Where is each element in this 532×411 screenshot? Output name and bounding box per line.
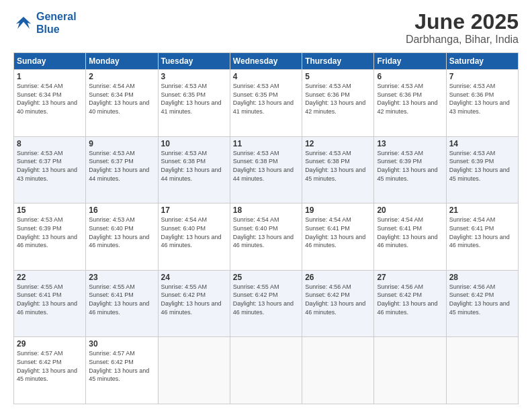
title-block: June 2025 Darbhanga, Bihar, India (406, 10, 519, 46)
logo: General Blue (13, 10, 77, 36)
day-info: Sunrise: 4:53 AMSunset: 6:35 PMDaylight:… (161, 82, 227, 116)
table-row: 7Sunrise: 4:53 AMSunset: 6:36 PMDaylight… (446, 70, 518, 137)
table-row: 6Sunrise: 4:53 AMSunset: 6:36 PMDaylight… (374, 70, 446, 137)
day-info: Sunrise: 4:56 AMSunset: 6:42 PMDaylight:… (377, 283, 443, 316)
day-info: Sunrise: 4:55 AMSunset: 6:41 PMDaylight:… (89, 283, 154, 316)
table-row: 10Sunrise: 4:53 AMSunset: 6:38 PMDayligh… (158, 136, 230, 203)
calendar-table: Sunday Monday Tuesday Wednesday Thursday… (13, 52, 519, 404)
day-info: Sunrise: 4:53 AMSunset: 6:39 PMDaylight:… (17, 216, 83, 249)
day-info: Sunrise: 4:53 AMSunset: 6:38 PMDaylight:… (305, 149, 371, 183)
table-row: 28Sunrise: 4:56 AMSunset: 6:42 PMDayligh… (446, 270, 518, 337)
day-info: Sunrise: 4:54 AMSunset: 6:40 PMDaylight:… (161, 216, 227, 249)
table-row: 17Sunrise: 4:54 AMSunset: 6:40 PMDayligh… (158, 203, 230, 271)
day-info: Sunrise: 4:53 AMSunset: 6:38 PMDaylight:… (161, 149, 227, 183)
calendar-week-row: 15Sunrise: 4:53 AMSunset: 6:39 PMDayligh… (14, 203, 519, 271)
day-number: 26 (305, 273, 371, 282)
day-number: 20 (377, 205, 443, 215)
day-info: Sunrise: 4:53 AMSunset: 6:37 PMDaylight:… (89, 149, 154, 183)
day-number: 3 (161, 72, 227, 81)
day-number: 19 (305, 205, 371, 215)
logo-line2: Blue (36, 24, 60, 35)
table-row: 30Sunrise: 4:57 AMSunset: 6:42 PMDayligh… (86, 337, 158, 404)
day-number: 18 (233, 205, 299, 215)
day-info: Sunrise: 4:53 AMSunset: 6:36 PMDaylight:… (449, 82, 515, 116)
day-number: 25 (233, 273, 299, 282)
table-row: 11Sunrise: 4:53 AMSunset: 6:38 PMDayligh… (230, 136, 302, 203)
header-saturday: Saturday (446, 53, 518, 70)
table-row: 8Sunrise: 4:53 AMSunset: 6:37 PMDaylight… (14, 136, 86, 203)
day-number: 6 (377, 72, 443, 81)
header-thursday: Thursday (302, 53, 374, 70)
day-number: 17 (161, 205, 227, 215)
day-info: Sunrise: 4:55 AMSunset: 6:42 PMDaylight:… (161, 283, 227, 316)
day-number: 8 (17, 139, 83, 148)
table-row: 26Sunrise: 4:56 AMSunset: 6:42 PMDayligh… (302, 270, 374, 337)
table-row: 12Sunrise: 4:53 AMSunset: 6:38 PMDayligh… (302, 136, 374, 203)
day-number: 11 (233, 139, 299, 148)
table-row: 22Sunrise: 4:55 AMSunset: 6:41 PMDayligh… (14, 270, 86, 337)
day-number: 5 (305, 72, 371, 81)
header-monday: Monday (86, 53, 158, 70)
day-info: Sunrise: 4:57 AMSunset: 6:42 PMDaylight:… (17, 349, 83, 383)
day-info: Sunrise: 4:53 AMSunset: 6:39 PMDaylight:… (449, 149, 515, 183)
day-number: 2 (89, 72, 154, 81)
day-info: Sunrise: 4:53 AMSunset: 6:39 PMDaylight:… (377, 149, 443, 183)
day-number: 27 (377, 273, 443, 282)
day-number: 7 (449, 72, 515, 81)
location-title: Darbhanga, Bihar, India (406, 34, 519, 46)
calendar-week-row: 22Sunrise: 4:55 AMSunset: 6:41 PMDayligh… (14, 270, 519, 337)
calendar-week-row: 1Sunrise: 4:54 AMSunset: 6:34 PMDaylight… (14, 70, 519, 137)
day-number: 9 (89, 139, 154, 148)
table-row: 27Sunrise: 4:56 AMSunset: 6:42 PMDayligh… (374, 270, 446, 337)
day-info: Sunrise: 4:53 AMSunset: 6:40 PMDaylight:… (89, 216, 154, 249)
day-info: Sunrise: 4:54 AMSunset: 6:34 PMDaylight:… (89, 82, 154, 116)
day-number: 13 (377, 139, 443, 148)
table-row (158, 337, 230, 404)
table-row: 9Sunrise: 4:53 AMSunset: 6:37 PMDaylight… (86, 136, 158, 203)
table-row: 21Sunrise: 4:54 AMSunset: 6:41 PMDayligh… (446, 203, 518, 271)
day-info: Sunrise: 4:53 AMSunset: 6:38 PMDaylight:… (233, 149, 299, 183)
calendar-week-row: 8Sunrise: 4:53 AMSunset: 6:37 PMDaylight… (14, 136, 519, 203)
day-info: Sunrise: 4:56 AMSunset: 6:42 PMDaylight:… (305, 283, 371, 316)
table-row: 23Sunrise: 4:55 AMSunset: 6:41 PMDayligh… (86, 270, 158, 337)
table-row (446, 337, 518, 404)
logo-icon (13, 13, 34, 33)
calendar-week-row: 29Sunrise: 4:57 AMSunset: 6:42 PMDayligh… (14, 337, 519, 404)
table-row: 3Sunrise: 4:53 AMSunset: 6:35 PMDaylight… (158, 70, 230, 137)
table-row: 16Sunrise: 4:53 AMSunset: 6:40 PMDayligh… (86, 203, 158, 271)
day-number: 28 (449, 273, 515, 282)
day-number: 23 (89, 273, 154, 282)
day-info: Sunrise: 4:56 AMSunset: 6:42 PMDaylight:… (449, 283, 515, 316)
day-number: 21 (449, 205, 515, 215)
header-wednesday: Wednesday (230, 53, 302, 70)
day-info: Sunrise: 4:55 AMSunset: 6:41 PMDaylight:… (17, 283, 83, 316)
day-number: 4 (233, 72, 299, 81)
day-number: 14 (449, 139, 515, 148)
day-info: Sunrise: 4:54 AMSunset: 6:41 PMDaylight:… (449, 216, 515, 249)
day-info: Sunrise: 4:54 AMSunset: 6:40 PMDaylight:… (233, 216, 299, 249)
table-row: 14Sunrise: 4:53 AMSunset: 6:39 PMDayligh… (446, 136, 518, 203)
table-row: 15Sunrise: 4:53 AMSunset: 6:39 PMDayligh… (14, 203, 86, 271)
table-row (302, 337, 374, 404)
page: General Blue June 2025 Darbhanga, Bihar,… (0, 0, 532, 411)
day-number: 30 (89, 339, 154, 349)
day-info: Sunrise: 4:54 AMSunset: 6:34 PMDaylight:… (17, 82, 83, 116)
table-row: 25Sunrise: 4:55 AMSunset: 6:42 PMDayligh… (230, 270, 302, 337)
day-number: 16 (89, 205, 154, 215)
header-sunday: Sunday (14, 53, 86, 70)
logo-text: General Blue (36, 10, 77, 36)
table-row: 19Sunrise: 4:54 AMSunset: 6:41 PMDayligh… (302, 203, 374, 271)
svg-marker-0 (16, 17, 32, 29)
table-row: 4Sunrise: 4:53 AMSunset: 6:35 PMDaylight… (230, 70, 302, 137)
header: General Blue June 2025 Darbhanga, Bihar,… (13, 10, 519, 46)
month-title: June 2025 (406, 10, 519, 34)
day-info: Sunrise: 4:53 AMSunset: 6:36 PMDaylight:… (377, 82, 443, 116)
day-number: 22 (17, 273, 83, 282)
table-row: 18Sunrise: 4:54 AMSunset: 6:40 PMDayligh… (230, 203, 302, 271)
table-row: 24Sunrise: 4:55 AMSunset: 6:42 PMDayligh… (158, 270, 230, 337)
day-number: 10 (161, 139, 227, 148)
table-row: 20Sunrise: 4:54 AMSunset: 6:41 PMDayligh… (374, 203, 446, 271)
day-info: Sunrise: 4:54 AMSunset: 6:41 PMDaylight:… (377, 216, 443, 249)
day-number: 29 (17, 339, 83, 349)
table-row: 1Sunrise: 4:54 AMSunset: 6:34 PMDaylight… (14, 70, 86, 137)
